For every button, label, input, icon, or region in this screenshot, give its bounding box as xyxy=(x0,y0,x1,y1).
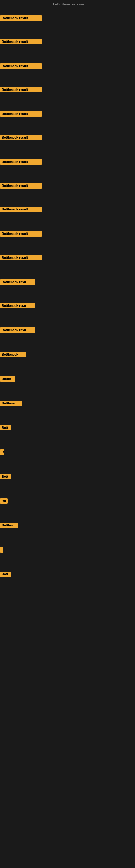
bottleneck-result-badge[interactable]: Bott xyxy=(0,571,11,577)
bottleneck-result-badge[interactable]: B xyxy=(0,450,4,455)
bottleneck-result-badge[interactable]: Bott xyxy=(0,425,11,431)
bottleneck-result-badge[interactable]: Bottleneck result xyxy=(0,63,42,69)
bottleneck-result-badge[interactable]: Bottleneck result xyxy=(0,39,42,44)
bottleneck-result-badge[interactable]: Bottleneck resu xyxy=(0,303,35,308)
bottleneck-result-badge[interactable]: Bottleneck result xyxy=(0,111,42,117)
bottleneck-result-badge[interactable]: Bottleneck result xyxy=(0,231,42,237)
bottleneck-result-badge[interactable]: Bottlen xyxy=(0,523,18,528)
bottleneck-result-badge[interactable]: | xyxy=(0,547,3,553)
bottleneck-result-badge[interactable]: Bottlenec xyxy=(0,401,22,406)
bottleneck-result-badge[interactable]: Bottleneck result xyxy=(0,207,42,212)
bottleneck-result-badge[interactable]: Bottleneck result xyxy=(0,135,42,140)
bottleneck-result-badge[interactable]: Bottleneck result xyxy=(0,16,42,21)
bottleneck-result-badge[interactable]: Bottleneck result xyxy=(0,255,42,260)
bottleneck-result-badge[interactable]: Bottle xyxy=(0,376,15,382)
bottleneck-result-badge[interactable]: Bottleneck result xyxy=(0,159,42,165)
bottleneck-result-badge[interactable]: Bottleneck xyxy=(0,352,26,357)
bottleneck-result-badge[interactable]: Bottleneck resu xyxy=(0,328,35,333)
bottleneck-result-badge[interactable]: Bottleneck result xyxy=(0,183,42,188)
bottleneck-result-badge[interactable]: Bo xyxy=(0,498,8,504)
bottleneck-result-badge[interactable]: Bottleneck result xyxy=(0,87,42,93)
bottleneck-result-badge[interactable]: Bott xyxy=(0,474,11,479)
bottleneck-result-badge[interactable]: Bottleneck resu xyxy=(0,279,35,285)
site-title: TheBottlenecker.com xyxy=(51,2,84,6)
